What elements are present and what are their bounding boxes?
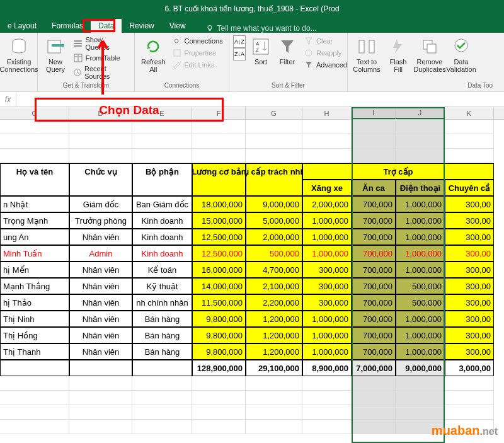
cell-dt[interactable]: 1,000,000 (396, 229, 445, 245)
cell-luong[interactable]: 11,500,000 (192, 294, 246, 311)
refresh-all-button[interactable]: Refresh All (139, 35, 168, 81)
cell-cv[interactable]: Nhân viên (69, 262, 132, 278)
cell-anca[interactable]: 700,000 (352, 229, 396, 245)
cell[interactable] (69, 360, 132, 376)
cell-anca[interactable]: 700,000 (352, 245, 396, 262)
cell[interactable] (0, 405, 69, 420)
col-k[interactable]: K (445, 107, 494, 119)
cell-name[interactable]: n Nhật (0, 196, 69, 212)
cell-xang[interactable]: 1,000,000 (302, 311, 352, 327)
hdr-luong[interactable]: Lương cơ bản (192, 163, 246, 180)
cell-name[interactable]: Minh Tuấn (0, 245, 69, 262)
cell[interactable] (0, 134, 69, 149)
cell[interactable] (396, 149, 445, 163)
cell[interactable] (0, 376, 69, 391)
cell-xang[interactable]: 1,000,000 (302, 327, 352, 343)
cell-dt[interactable]: 1,000,000 (396, 311, 445, 327)
cell[interactable] (352, 391, 396, 405)
cell[interactable] (69, 376, 132, 391)
cell-bp[interactable]: Bán hàng (132, 311, 192, 327)
cell[interactable] (396, 391, 445, 405)
hdr-phucap[interactable]: Phụ cấp trách nhiệm (246, 163, 302, 180)
cell-phucap[interactable]: 2,000,000 (246, 229, 302, 245)
cell-luong[interactable]: 9,800,000 (192, 343, 246, 360)
cell[interactable] (396, 405, 445, 420)
cell-cv[interactable]: Nhân viên (69, 278, 132, 294)
cell-name[interactable]: Thị Thanh (0, 343, 69, 360)
hdr-bophan[interactable]: Bộ phận (132, 163, 192, 180)
cell[interactable] (246, 391, 302, 405)
cell-anca[interactable]: 700,000 (352, 311, 396, 327)
cell[interactable] (132, 420, 192, 434)
cell-luong[interactable]: 18,000,000 (192, 196, 246, 212)
cell[interactable] (445, 149, 494, 163)
cell[interactable] (352, 149, 396, 163)
fx-button[interactable]: fx (0, 92, 16, 106)
cell[interactable] (69, 134, 132, 149)
cell[interactable] (246, 134, 302, 149)
advanced-button[interactable]: Advanced (301, 59, 350, 71)
cell[interactable] (445, 405, 494, 420)
cell-name[interactable]: hị Thảo (0, 294, 69, 311)
cell[interactable] (192, 134, 246, 149)
cell-phucap[interactable]: 2,100,000 (246, 278, 302, 294)
hdr-hoten[interactable]: Họ và tên (0, 163, 69, 180)
cell[interactable] (396, 134, 445, 149)
cell-xang[interactable]: 1,000,000 (302, 212, 352, 229)
cell[interactable] (445, 391, 494, 405)
cell[interactable] (352, 420, 396, 434)
cell[interactable] (0, 420, 69, 434)
cell[interactable] (69, 149, 132, 163)
cell[interactable] (352, 376, 396, 391)
cell-name[interactable]: hị Mến (0, 262, 69, 278)
cell[interactable] (0, 149, 69, 163)
cell[interactable] (302, 391, 352, 405)
cell-bp[interactable]: Bán hàng (132, 327, 192, 343)
cell-anca[interactable]: 700,000 (352, 278, 396, 294)
hdr-xangxe[interactable]: Xăng xe (302, 180, 352, 196)
cell-anca[interactable]: 700,000 (352, 262, 396, 278)
cell-cv[interactable]: Trưởng phòng (69, 212, 132, 229)
hdr-dienthoai[interactable]: Điện thoại (396, 180, 445, 196)
cell-cv[interactable]: Nhân viên (69, 343, 132, 360)
cell-bp[interactable]: Kỹ thuật (132, 278, 192, 294)
cell-luong[interactable]: 9,800,000 (192, 327, 246, 343)
cell[interactable] (302, 134, 352, 149)
cell-anca[interactable]: 700,000 (352, 196, 396, 212)
cell[interactable] (132, 376, 192, 391)
cell[interactable] (396, 120, 445, 134)
cell-xang[interactable]: 2,000,000 (302, 196, 352, 212)
cell[interactable] (352, 120, 396, 134)
cell[interactable] (352, 405, 396, 420)
cell[interactable] (246, 149, 302, 163)
cell-xang[interactable]: 1,000,000 (302, 343, 352, 360)
cell-chuyen[interactable]: 300,00 (445, 311, 494, 327)
cell-anca[interactable]: 700,000 (352, 212, 396, 229)
cell[interactable] (445, 376, 494, 391)
cell-phucap[interactable]: 9,000,000 (246, 196, 302, 212)
cell[interactable] (302, 420, 352, 434)
cell-anca[interactable]: 700,000 (352, 294, 396, 311)
tab-review[interactable]: Review (122, 19, 161, 33)
cell[interactable] (0, 360, 69, 376)
filter-button[interactable]: Filter (275, 35, 300, 81)
cell-chuyen[interactable]: 300,00 (445, 245, 494, 262)
cell-dt[interactable]: 1,000,000 (396, 245, 445, 262)
cell[interactable] (132, 134, 192, 149)
cell[interactable] (246, 405, 302, 420)
hdr-chucvu[interactable]: Chức vụ (69, 163, 132, 180)
cell-name[interactable]: Thị Ninh (0, 311, 69, 327)
cell-chuyen[interactable]: 300,00 (445, 294, 494, 311)
cell-cv[interactable]: Giám đốc (69, 196, 132, 212)
cell-luong[interactable]: 16,000,000 (192, 262, 246, 278)
cell[interactable] (246, 376, 302, 391)
cell[interactable] (0, 180, 69, 196)
cell-anca[interactable]: 700,000 (352, 343, 396, 360)
cell[interactable] (302, 149, 352, 163)
cell[interactable] (69, 420, 132, 434)
cell-luong[interactable]: 12,500,000 (192, 245, 246, 262)
cell-dt[interactable]: 1,000,000 (396, 262, 445, 278)
cell-chuyen[interactable]: 300,00 (445, 196, 494, 212)
cell-dt[interactable]: 500,000 (396, 278, 445, 294)
cell[interactable] (246, 180, 302, 196)
